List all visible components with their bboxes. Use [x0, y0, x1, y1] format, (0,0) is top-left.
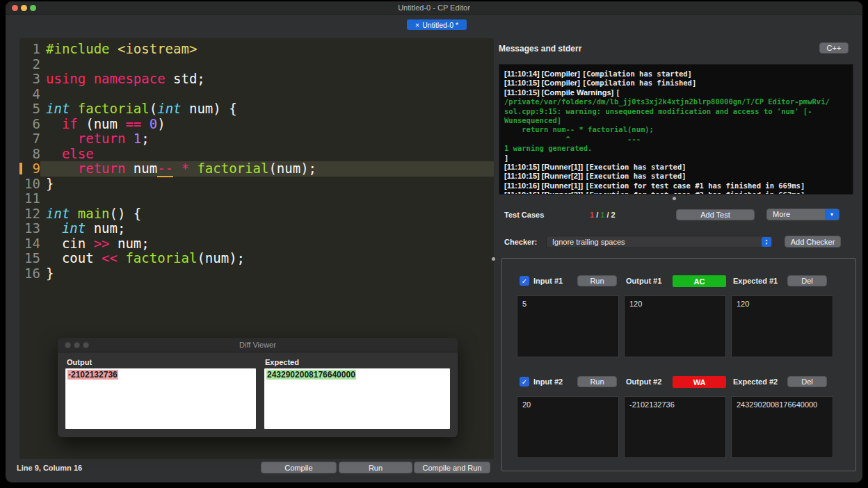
log-line: [11:10:16] [Runner[1]] [Execution for te…	[504, 181, 848, 190]
code-line: 13 int num;	[19, 221, 494, 236]
diff-expected-label: Expected	[265, 358, 299, 366]
log-line: /private/var/folders/dm/lb_jj0ts3xj2k4xt…	[504, 97, 848, 106]
code-text: }	[40, 266, 494, 282]
run-testcase-button[interactable]: Run	[577, 376, 617, 387]
run-testcase-button[interactable]: Run	[577, 275, 617, 286]
compiler-log[interactable]: [11:10:14] [Compiler] [Compilation has s…	[499, 64, 853, 195]
cursor-position-status: Line 9, Column 16	[17, 464, 82, 472]
log-line: 1 warning generated.	[504, 143, 848, 152]
run-button[interactable]: Run	[339, 462, 412, 473]
testcase-input-label: Input #2	[533, 377, 563, 386]
line-number: 9	[19, 161, 40, 177]
diff-viewer-window: Diff Viewer Output Expected -2102132736 …	[58, 338, 458, 437]
code-text: return num-- * factorial(num);	[40, 161, 494, 177]
select-stepper-icon: ▴▾	[762, 237, 771, 247]
diff-added-text: 2432902008176640000	[266, 370, 356, 380]
line-number: 7	[19, 131, 40, 147]
code-text: using namespace std;	[40, 72, 494, 87]
verdict-summary: 1 / 1 / 2	[590, 211, 616, 219]
line-number: 15	[19, 251, 40, 266]
tab-close-icon[interactable]: ×	[415, 22, 419, 29]
log-line: [11:10:15] [Compiler] [Compilation has f…	[504, 78, 848, 87]
testcase-output-label: Output #2	[626, 377, 661, 386]
checker-select[interactable]: Ignore trailing spaces ▴▾	[546, 236, 773, 248]
checker-selected-value: Ignore trailing spaces	[547, 236, 773, 247]
diff-removed-text: -2102132736	[67, 370, 118, 380]
code-line: 12int main() {	[19, 206, 494, 222]
code-text: cin >> num;	[40, 236, 494, 252]
code-line: 10}	[19, 177, 494, 192]
code-text: }	[40, 177, 494, 192]
line-number: 14	[19, 236, 40, 252]
delete-testcase-button[interactable]: Del	[787, 275, 827, 286]
testcase-expected-field[interactable]: 2432902008176640000	[731, 396, 833, 458]
code-line: 2	[19, 57, 494, 72]
code-line: 16}	[19, 266, 494, 282]
diff-titlebar: Diff Viewer	[58, 338, 458, 352]
screen: Untitled-0 - CP Editor × Untitled-0 * 1#…	[0, 0, 868, 488]
code-text: #include <iostream>	[40, 42, 494, 57]
line-number: 5	[19, 101, 40, 117]
log-line: [11:10:16] [Runner[2]] [Execution for te…	[504, 190, 848, 195]
titlebar: Untitled-0 - CP Editor	[6, 1, 862, 15]
code-text: cout << factorial(num);	[40, 251, 494, 266]
line-number: 2	[19, 57, 40, 72]
diff-output-pane: -2102132736	[65, 368, 256, 429]
more-menu-button[interactable]: More ▾	[766, 209, 839, 220]
testcase-header: ✓Input #1RunOutput #1ACExpected #1Del	[502, 275, 855, 287]
testcase-expected-label: Expected #2	[733, 377, 778, 386]
code-text	[40, 191, 494, 206]
line-number: 11	[19, 191, 40, 206]
code-line: 15 cout << factorial(num);	[19, 251, 494, 266]
compile-button[interactable]: Compile	[261, 462, 337, 473]
testcase-2: ✓Input #2RunOutput #2WAExpected #2Del20-…	[502, 376, 855, 470]
code-line: 3using namespace std;	[19, 72, 494, 87]
window-title: Untitled-0 - CP Editor	[6, 3, 862, 12]
testcase-checkbox[interactable]: ✓	[520, 276, 529, 286]
testcase-1: ✓Input #1RunOutput #1ACExpected #1Del512…	[502, 275, 855, 369]
testcase-input-field[interactable]: 20	[517, 396, 619, 458]
testcase-output-field[interactable]: 120	[624, 295, 726, 357]
code-line: 14 cin >> num;	[19, 236, 494, 252]
diff-window-title: Diff Viewer	[58, 341, 458, 349]
delete-testcase-button[interactable]: Del	[787, 376, 827, 387]
testcase-checkbox[interactable]: ✓	[520, 377, 529, 387]
code-line: 4	[19, 87, 494, 102]
language-badge-button[interactable]: C++	[819, 42, 849, 54]
code-text: return 1;	[40, 131, 494, 147]
line-number: 1	[19, 42, 40, 57]
line-number: 16	[19, 266, 40, 282]
horizontal-splitter-handle[interactable]	[673, 197, 676, 200]
code-text: int main() {	[40, 206, 494, 222]
line-number: 3	[19, 72, 40, 87]
log-line: [11:10:15] [Runner[1]] [Execution has st…	[504, 162, 848, 171]
line-number: 12	[19, 206, 40, 222]
testcases-title: Test Cases	[504, 211, 544, 219]
code-line: 7 return 1;	[19, 131, 494, 147]
tab-label: Untitled-0 *	[422, 21, 458, 29]
verdict-badge: WA	[673, 376, 726, 388]
log-line: ^ ---	[504, 134, 848, 143]
tab-untitled-0[interactable]: × Untitled-0 *	[407, 19, 467, 30]
code-line: 5int factorial(int num) {	[19, 101, 494, 117]
compile-and-run-button[interactable]: Compile and Run	[414, 462, 490, 473]
log-line: sol.cpp:9:15: warning: unsequenced modif…	[504, 106, 848, 115]
vertical-splitter-handle[interactable]	[492, 257, 495, 261]
log-line: [11:10:15] [Compile Warnings] [	[504, 88, 848, 97]
add-checker-button[interactable]: Add Checker	[785, 236, 841, 247]
code-text: if (num == 0)	[40, 117, 494, 132]
testcase-output-field[interactable]: -2102132736	[624, 396, 726, 458]
more-label: More	[767, 209, 825, 220]
add-test-button[interactable]: Add Test	[676, 209, 755, 220]
summary-total-count: 2	[611, 211, 616, 219]
testcase-expected-field[interactable]: 120	[731, 295, 833, 357]
testcase-output-label: Output #1	[626, 277, 661, 285]
line-number: 6	[19, 117, 40, 132]
code-line: 9 return num-- * factorial(num);	[19, 161, 494, 177]
code-text	[40, 57, 494, 72]
log-line: [11:10:14] [Compiler] [Compilation has s…	[504, 69, 848, 78]
testcase-input-field[interactable]: 5	[517, 295, 619, 357]
log-line: Wunsequenced]	[504, 115, 848, 124]
testcases-scroll-area[interactable]: ✓Input #1RunOutput #1ACExpected #1Del512…	[501, 258, 856, 471]
log-line: return num-- * factorial(num);	[504, 124, 848, 133]
